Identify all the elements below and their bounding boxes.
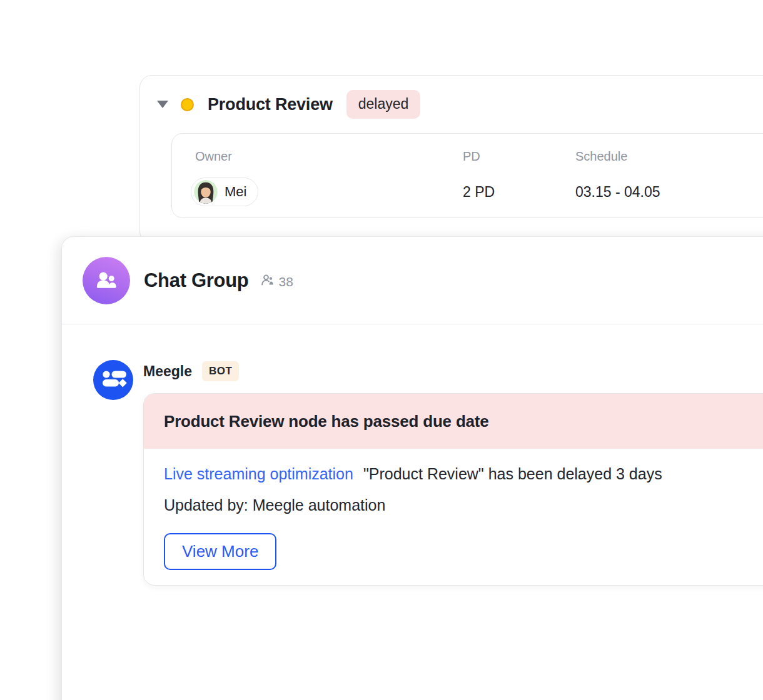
owner-avatar — [194, 180, 218, 204]
node-title: Product Review — [208, 95, 333, 114]
page: Product Review delayed Owner PD Schedule — [0, 0, 763, 700]
notification-body: Live streaming optimization"Product Revi… — [144, 449, 763, 585]
notification-line-1: Live streaming optimization"Product Revi… — [164, 464, 763, 484]
members-icon — [260, 272, 275, 291]
owner-column-header: Owner — [172, 149, 463, 164]
owner-name: Mei — [225, 184, 246, 200]
node-header: Product Review delayed — [156, 89, 420, 119]
node-card: Product Review delayed Owner PD Schedule — [139, 75, 763, 244]
fields-value-row: Mei 2 PD 03.15 - 04.05 — [172, 176, 763, 208]
updated-by-text: Updated by: Meegle automation — [164, 496, 763, 514]
owner-chip[interactable]: Mei — [191, 178, 258, 206]
member-count-value: 38 — [279, 274, 293, 289]
status-dot-icon — [181, 98, 194, 111]
node-fields-table: Owner PD Schedule — [171, 133, 763, 218]
schedule-cell: 03.15 - 04.05 — [575, 184, 763, 201]
chat-card: Chat Group 38 — [61, 236, 763, 700]
sender-name: Meegle — [143, 363, 192, 380]
chat-title: Chat Group — [144, 269, 249, 292]
notification-title: Product Review node has passed due date — [144, 394, 763, 449]
chat-message: Meegle BOT Product Review node has passe… — [62, 324, 763, 586]
bot-badge: BOT — [202, 361, 239, 381]
sender-line: Meegle BOT — [143, 360, 763, 382]
group-avatar-icon — [83, 257, 130, 304]
pd-column-header: PD — [463, 149, 575, 164]
delay-text: "Product Review" has been delayed 3 days — [363, 465, 662, 482]
meegle-logo-icon — [93, 360, 133, 400]
schedule-column-header: Schedule — [575, 149, 763, 164]
pd-cell: 2 PD — [463, 184, 575, 201]
chat-header: Chat Group 38 — [62, 237, 763, 324]
owner-cell: Mei — [172, 178, 463, 206]
status-badge: delayed — [346, 90, 421, 119]
collapse-arrow-icon[interactable] — [157, 101, 168, 108]
project-link[interactable]: Live streaming optimization — [164, 465, 353, 482]
view-more-button[interactable]: View More — [164, 533, 276, 570]
member-count[interactable]: 38 — [260, 272, 293, 291]
fields-header-row: Owner PD Schedule — [172, 149, 763, 164]
message-main: Meegle BOT Product Review node has passe… — [143, 360, 763, 586]
notification-card: Product Review node has passed due date … — [143, 393, 763, 586]
